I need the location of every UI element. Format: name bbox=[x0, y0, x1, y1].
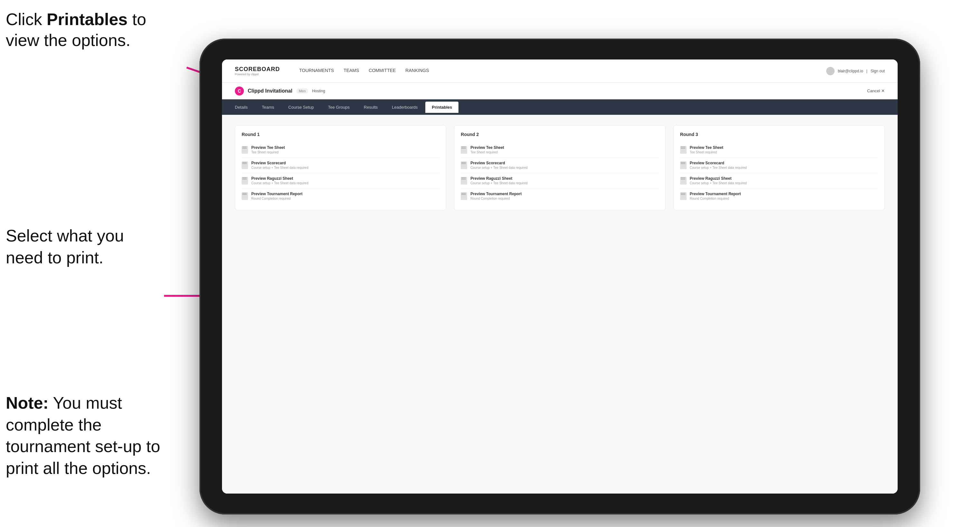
print-item-title: Preview Tournament Report bbox=[690, 192, 741, 196]
print-item-text: Preview Tee Sheet Tee Sheet required bbox=[470, 145, 504, 154]
doc-icon bbox=[461, 192, 467, 200]
tab-printables[interactable]: Printables bbox=[425, 102, 458, 113]
annotation-middle-text: Select what you need to print. bbox=[6, 226, 124, 267]
tournament-badge: Men bbox=[296, 89, 308, 94]
print-item-sub: Tee Sheet required bbox=[470, 151, 504, 154]
nav-teams[interactable]: TEAMS bbox=[344, 68, 359, 74]
sign-out-link[interactable]: Sign out bbox=[870, 69, 885, 73]
print-item-title: Preview Tournament Report bbox=[470, 192, 522, 196]
logo-text: SCOREBOARD bbox=[235, 66, 280, 73]
print-item-text: Preview Raguzzi Sheet Course setup + Tee… bbox=[470, 176, 527, 185]
annotation-bottom: Note: You must complete the tournament s… bbox=[6, 392, 173, 479]
tab-bar: Details Teams Course Setup Tee Groups Re… bbox=[222, 99, 898, 115]
logo-area: SCOREBOARD Powered by clippd bbox=[235, 66, 280, 76]
doc-icon bbox=[242, 177, 248, 184]
print-item-sub: Round Completion required bbox=[470, 197, 522, 200]
nav-committee[interactable]: COMMITTEE bbox=[369, 68, 396, 74]
print-item-title: Preview Tee Sheet bbox=[251, 145, 285, 150]
print-item-text: Preview Tournament Report Round Completi… bbox=[470, 192, 522, 200]
round2-tournament-report[interactable]: Preview Tournament Report Round Completi… bbox=[461, 189, 659, 203]
round2-raguzzi[interactable]: Preview Raguzzi Sheet Course setup + Tee… bbox=[461, 173, 659, 189]
round-3-title: Round 3 bbox=[680, 132, 878, 137]
doc-icon bbox=[242, 146, 248, 154]
tournament-title-row: C Clippd Invitational Men Hosting bbox=[235, 86, 325, 95]
round-3-section: Round 3 Preview Tee Sheet Tee Sheet requ… bbox=[673, 125, 885, 210]
print-item-title: Preview Scorecard bbox=[470, 161, 527, 165]
print-item-sub: Course setup + Tee Sheet data required bbox=[690, 181, 747, 185]
round3-scorecard[interactable]: Preview Scorecard Course setup + Tee She… bbox=[680, 157, 878, 173]
separator: | bbox=[866, 69, 867, 73]
tablet-screen: SCOREBOARD Powered by clippd TOURNAMENTS… bbox=[222, 59, 898, 494]
round3-tournament-report[interactable]: Preview Tournament Report Round Completi… bbox=[680, 189, 878, 203]
annotation-bottom-text: Note: You must complete the tournament s… bbox=[6, 394, 160, 478]
print-item-text: Preview Scorecard Course setup + Tee She… bbox=[470, 161, 527, 170]
tournament-name: Clippd Invitational bbox=[248, 88, 293, 94]
annotation-top-text: Click Printables to view the options. bbox=[6, 10, 146, 49]
doc-icon bbox=[680, 146, 687, 154]
round-2-title: Round 2 bbox=[461, 132, 659, 137]
tablet-device: SCOREBOARD Powered by clippd TOURNAMENTS… bbox=[199, 38, 920, 514]
print-item-title: Preview Raguzzi Sheet bbox=[470, 176, 527, 181]
tab-tee-groups[interactable]: Tee Groups bbox=[322, 102, 356, 113]
sub-header: C Clippd Invitational Men Hosting Cancel… bbox=[222, 83, 898, 99]
print-item-text: Preview Tee Sheet Tee Sheet required bbox=[690, 145, 724, 154]
doc-icon bbox=[242, 192, 248, 200]
print-item-sub: Round Completion required bbox=[251, 197, 302, 200]
round-2-section: Round 2 Preview Tee Sheet Tee Sheet requ… bbox=[454, 125, 665, 210]
round3-raguzzi[interactable]: Preview Raguzzi Sheet Course setup + Tee… bbox=[680, 173, 878, 189]
top-nav: SCOREBOARD Powered by clippd TOURNAMENTS… bbox=[222, 59, 898, 83]
print-item-text: Preview Tournament Report Round Completi… bbox=[690, 192, 741, 200]
doc-icon bbox=[680, 162, 687, 169]
tab-results[interactable]: Results bbox=[358, 102, 384, 113]
print-item-text: Preview Raguzzi Sheet Course setup + Tee… bbox=[690, 176, 747, 185]
round1-tournament-report[interactable]: Preview Tournament Report Round Completi… bbox=[242, 189, 439, 203]
print-item-text: Preview Tee Sheet Tee Sheet required bbox=[251, 145, 285, 154]
doc-icon bbox=[461, 177, 467, 184]
nav-rankings[interactable]: RANKINGS bbox=[406, 68, 429, 74]
print-item-sub: Tee Sheet required bbox=[690, 151, 724, 154]
tab-course-setup[interactable]: Course Setup bbox=[282, 102, 320, 113]
round2-tee-sheet[interactable]: Preview Tee Sheet Tee Sheet required bbox=[461, 142, 659, 157]
annotation-middle: Select what you need to print. bbox=[6, 225, 160, 268]
print-item-title: Preview Scorecard bbox=[251, 161, 308, 165]
nav-tournaments[interactable]: TOURNAMENTS bbox=[299, 68, 334, 74]
round3-tee-sheet[interactable]: Preview Tee Sheet Tee Sheet required bbox=[680, 142, 878, 157]
print-item-title: Preview Tee Sheet bbox=[690, 145, 724, 150]
round2-scorecard[interactable]: Preview Scorecard Course setup + Tee She… bbox=[461, 157, 659, 173]
round-1-title: Round 1 bbox=[242, 132, 439, 137]
print-item-text: Preview Tournament Report Round Completi… bbox=[251, 192, 302, 200]
print-item-text: Preview Raguzzi Sheet Course setup + Tee… bbox=[251, 176, 308, 185]
hosting-badge: Hosting bbox=[312, 89, 325, 93]
print-item-sub: Course setup + Tee Sheet data required bbox=[251, 181, 308, 185]
doc-icon bbox=[461, 146, 467, 154]
round1-scorecard[interactable]: Preview Scorecard Course setup + Tee She… bbox=[242, 157, 439, 173]
tab-details[interactable]: Details bbox=[228, 102, 254, 113]
doc-icon bbox=[461, 162, 467, 169]
print-item-sub: Tee Sheet required bbox=[251, 151, 285, 154]
print-item-sub: Course setup + Tee Sheet data required bbox=[690, 166, 747, 170]
nav-right: blair@clippd.io | Sign out bbox=[826, 67, 885, 75]
rounds-grid: Round 1 Preview Tee Sheet Tee Sheet requ… bbox=[235, 125, 885, 210]
tab-teams[interactable]: Teams bbox=[255, 102, 280, 113]
tab-leaderboards[interactable]: Leaderboards bbox=[385, 102, 424, 113]
avatar bbox=[826, 67, 835, 75]
print-item-sub: Course setup + Tee Sheet data required bbox=[470, 181, 527, 185]
nav-links: TOURNAMENTS TEAMS COMMITTEE RANKINGS bbox=[299, 68, 813, 74]
brand-logo: C bbox=[235, 86, 244, 95]
print-item-title: Preview Raguzzi Sheet bbox=[690, 176, 747, 181]
print-item-sub: Round Completion required bbox=[690, 197, 741, 200]
cancel-button[interactable]: Cancel ✕ bbox=[867, 89, 885, 93]
round-1-section: Round 1 Preview Tee Sheet Tee Sheet requ… bbox=[235, 125, 446, 210]
print-item-title: Preview Tee Sheet bbox=[470, 145, 504, 150]
doc-icon bbox=[680, 192, 687, 200]
round1-raguzzi[interactable]: Preview Raguzzi Sheet Course setup + Tee… bbox=[242, 173, 439, 189]
print-item-text: Preview Scorecard Course setup + Tee She… bbox=[690, 161, 747, 170]
doc-icon bbox=[680, 177, 687, 184]
print-item-title: Preview Tournament Report bbox=[251, 192, 302, 196]
doc-icon bbox=[242, 162, 248, 169]
annotation-top: Click Printables to view the options. bbox=[6, 9, 154, 51]
round1-tee-sheet[interactable]: Preview Tee Sheet Tee Sheet required bbox=[242, 142, 439, 157]
print-item-sub: Course setup + Tee Sheet data required bbox=[251, 166, 308, 170]
print-item-title: Preview Raguzzi Sheet bbox=[251, 176, 308, 181]
logo-sub: Powered by clippd bbox=[235, 73, 280, 76]
